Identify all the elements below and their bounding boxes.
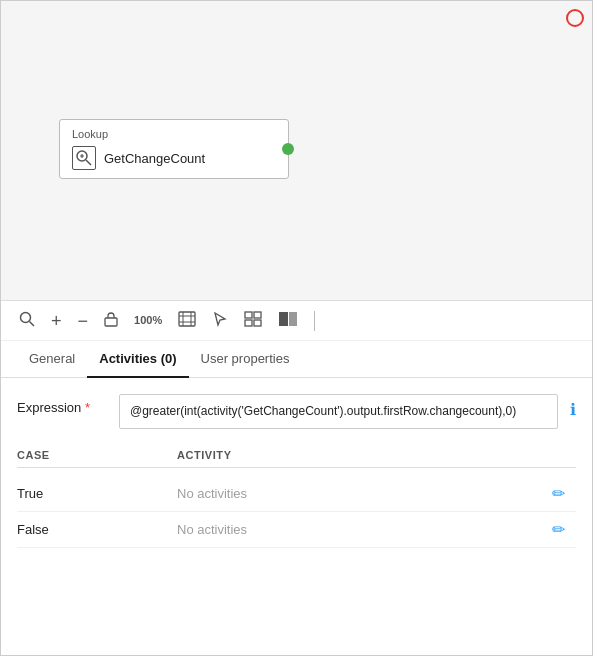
minus-icon[interactable]: − bbox=[76, 310, 91, 332]
svg-rect-20 bbox=[254, 320, 261, 326]
svg-rect-19 bbox=[245, 320, 252, 326]
zoom100-icon[interactable]: 100% bbox=[132, 313, 164, 328]
case-col-header: CASE bbox=[17, 449, 177, 461]
tab-general[interactable]: General bbox=[17, 341, 87, 378]
bottom-panel: + − 100% General Activities (0) User pro… bbox=[1, 301, 592, 564]
lock-icon[interactable] bbox=[102, 309, 120, 332]
true-case-edit-icon[interactable]: ✏ bbox=[552, 484, 576, 503]
add-icon[interactable]: + bbox=[49, 310, 64, 332]
required-star: * bbox=[85, 400, 90, 415]
svg-line-14 bbox=[30, 322, 35, 327]
fit-icon[interactable] bbox=[176, 309, 198, 332]
tab-bar: General Activities (0) User properties bbox=[1, 341, 592, 378]
tab-user-properties[interactable]: User properties bbox=[189, 341, 302, 378]
layers-icon[interactable] bbox=[276, 309, 300, 332]
svg-line-1 bbox=[86, 160, 91, 165]
lookup-node-name: GetChangeCount bbox=[104, 151, 205, 166]
tab-activities[interactable]: Activities (0) bbox=[87, 341, 188, 378]
info-icon[interactable]: ℹ bbox=[570, 400, 576, 419]
svg-rect-15 bbox=[105, 318, 117, 326]
cases-header: CASE ACTIVITY bbox=[17, 449, 576, 468]
group-icon[interactable] bbox=[242, 309, 264, 332]
if-condition-node: If Condition HasChangedRows True No act bbox=[336, 27, 564, 207]
svg-point-13 bbox=[21, 313, 31, 323]
lookup-node[interactable]: Lookup GetChangeCount bbox=[59, 119, 289, 179]
case-true-label: True bbox=[17, 486, 177, 501]
svg-rect-21 bbox=[279, 312, 288, 326]
lookup-icon bbox=[72, 146, 96, 170]
expression-value[interactable]: @greater(int(activity('GetChangeCount').… bbox=[119, 394, 558, 429]
svg-rect-18 bbox=[254, 312, 261, 318]
search-icon[interactable] bbox=[17, 309, 37, 332]
close-icon[interactable] bbox=[566, 9, 584, 27]
cases-table: CASE ACTIVITY True No activities ✏ False… bbox=[17, 449, 576, 548]
table-row: False No activities ✏ bbox=[17, 512, 576, 548]
canvas-toolbar: + − 100% bbox=[1, 301, 592, 341]
svg-rect-22 bbox=[289, 312, 297, 326]
case-false-activities: No activities bbox=[177, 522, 552, 537]
table-row: True No activities ✏ bbox=[17, 476, 576, 512]
toolbar-divider bbox=[314, 311, 315, 331]
svg-rect-17 bbox=[245, 312, 252, 318]
svg-rect-16 bbox=[179, 312, 195, 326]
activity-col-header: ACTIVITY bbox=[177, 449, 576, 461]
content-area: Expression * @greater(int(activity('GetC… bbox=[1, 378, 592, 564]
lookup-connector bbox=[282, 143, 294, 155]
canvas-area: Lookup GetChangeCount If Condition bbox=[1, 1, 592, 301]
case-true-activities: No activities bbox=[177, 486, 552, 501]
case-false-label: False bbox=[17, 522, 177, 537]
false-case-edit-icon[interactable]: ✏ bbox=[552, 520, 576, 539]
expression-field-row: Expression * @greater(int(activity('GetC… bbox=[17, 394, 576, 429]
select-icon[interactable] bbox=[210, 309, 230, 332]
expression-label: Expression * bbox=[17, 400, 107, 415]
lookup-label: Lookup bbox=[72, 128, 276, 140]
